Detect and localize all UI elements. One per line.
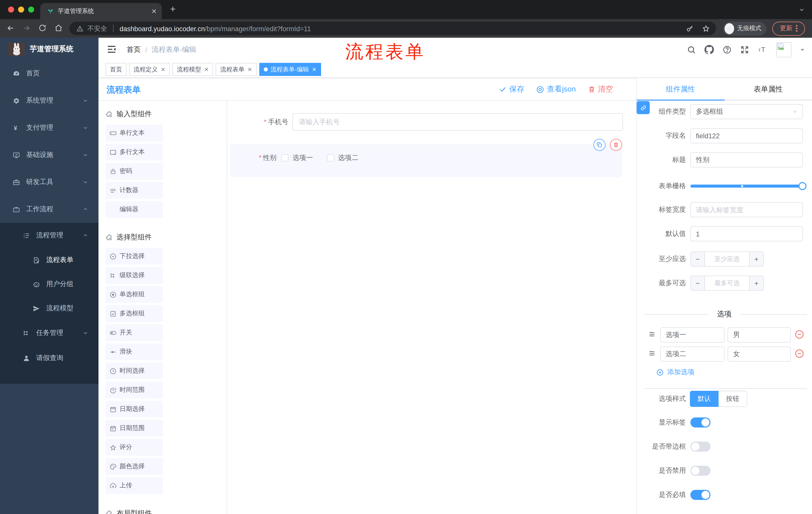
- tab-search-chevron-icon[interactable]: [799, 6, 805, 13]
- remove-option-icon[interactable]: [794, 329, 805, 340]
- plus-button[interactable]: +: [749, 252, 763, 266]
- tag-close-icon[interactable]: ✕: [248, 66, 252, 73]
- search-icon[interactable]: [687, 45, 696, 54]
- sidebar-item-plane[interactable]: 流程模型: [0, 296, 98, 320]
- palette-item-日期选择[interactable]: 日期选择: [106, 401, 163, 417]
- sidebar-item-yen[interactable]: ¥支付管理: [0, 114, 98, 141]
- tab-component-props[interactable]: 组件属性: [637, 78, 724, 101]
- sidebar-item-tree[interactable]: 任务管理: [0, 320, 98, 346]
- gender-option-选项一[interactable]: 选项一: [282, 154, 313, 162]
- home-icon[interactable]: [54, 24, 63, 32]
- toggle-switch[interactable]: [690, 466, 710, 476]
- palette-item-评分[interactable]: 评分: [106, 439, 163, 456]
- tab-form-props[interactable]: 表单属性: [724, 78, 812, 101]
- window-zoom-button[interactable]: [28, 6, 34, 12]
- toggle-switch[interactable]: [690, 441, 710, 452]
- option-name-input[interactable]: [660, 327, 725, 343]
- toggle-switch[interactable]: [690, 417, 710, 428]
- palette-item-下拉选择[interactable]: 下拉选择: [106, 248, 163, 265]
- max-select-value[interactable]: 最多可选: [705, 276, 749, 290]
- sidebar-item-toolbox[interactable]: 研发工具: [0, 168, 98, 196]
- sidebar-item-dashboard[interactable]: 首页: [0, 60, 98, 87]
- palette-item-日期范围[interactable]: 日期范围: [106, 420, 163, 437]
- field-name-input[interactable]: [690, 128, 803, 143]
- palette-item-密码[interactable]: 密码: [106, 163, 163, 180]
- browser-tab[interactable]: 芋道管理系统 ✕: [40, 3, 162, 19]
- palette-item-计数器[interactable]: 123计数器: [106, 182, 163, 199]
- plus-button[interactable]: +: [749, 276, 763, 290]
- font-size-icon[interactable]: TT: [758, 45, 768, 54]
- option-style-按钮[interactable]: 按钮: [719, 391, 747, 407]
- palette-item-颜色选择[interactable]: 颜色选择: [106, 458, 163, 475]
- palette-item-开关[interactable]: 开关: [106, 324, 163, 341]
- tag-流程表单-编辑[interactable]: 流程表单-编辑✕: [259, 63, 321, 76]
- tag-close-icon[interactable]: ✕: [312, 66, 316, 73]
- palette-item-时间选择[interactable]: 时间选择: [106, 362, 163, 379]
- title-input[interactable]: [690, 153, 803, 167]
- breadcrumb-home[interactable]: 首页: [127, 45, 141, 54]
- fullscreen-icon[interactable]: [740, 45, 749, 54]
- default-value-input[interactable]: [690, 226, 803, 241]
- phone-field-input[interactable]: [292, 113, 623, 131]
- github-icon[interactable]: [704, 45, 714, 54]
- palette-item-单选框组[interactable]: 单选框组: [106, 286, 163, 303]
- drag-handle-icon[interactable]: [648, 350, 656, 357]
- sidebar-item-gear[interactable]: 系统管理: [0, 87, 98, 114]
- label-width-input[interactable]: [690, 202, 803, 217]
- forward-icon[interactable]: [22, 24, 31, 33]
- sidebar-collapse-icon[interactable]: [107, 44, 117, 54]
- back-icon[interactable]: [6, 24, 15, 33]
- view-json-button[interactable]: 查看json: [536, 84, 576, 94]
- tag-首页[interactable]: 首页: [106, 63, 127, 76]
- new-tab-button[interactable]: [169, 5, 177, 13]
- form-grid-slider[interactable]: [690, 179, 803, 194]
- sidebar-item-doc-edit[interactable]: 流程表单: [0, 248, 98, 272]
- option-name-input[interactable]: [660, 347, 725, 361]
- clear-button[interactable]: 清空: [588, 84, 613, 94]
- password-key-icon[interactable]: [686, 24, 694, 32]
- slider-handle[interactable]: [799, 182, 807, 190]
- delete-component-button[interactable]: [610, 139, 622, 151]
- sidebar-item-robot[interactable]: 用户分组: [0, 272, 98, 296]
- option-value-input[interactable]: [728, 327, 791, 343]
- tag-流程定义[interactable]: 流程定义✕: [129, 63, 170, 76]
- avatar[interactable]: [776, 42, 791, 57]
- option-value-input[interactable]: [728, 347, 791, 361]
- gender-option-选项二[interactable]: 选项二: [327, 154, 358, 162]
- sidebar-item-user[interactable]: 请假查询: [0, 346, 98, 371]
- tag-close-icon[interactable]: ✕: [161, 66, 165, 73]
- palette-item-多行文本[interactable]: 多行文本: [106, 144, 163, 160]
- remove-option-icon[interactable]: [794, 349, 805, 359]
- tag-流程表单[interactable]: 流程表单✕: [216, 63, 257, 76]
- drag-handle-icon[interactable]: [648, 330, 656, 338]
- palette-item-单行文本[interactable]: 单行文本: [106, 125, 163, 141]
- security-warning-icon[interactable]: [76, 25, 83, 32]
- palette-item-级联选择[interactable]: 级联选择: [106, 267, 163, 283]
- minus-button[interactable]: −: [691, 276, 705, 290]
- component-type-select[interactable]: 多选框组: [690, 104, 803, 119]
- avatar-caret-icon[interactable]: [800, 47, 805, 52]
- save-button[interactable]: 保存: [499, 84, 524, 94]
- form-canvas[interactable]: *手机号 *性别 选项一选项二: [227, 101, 636, 514]
- min-select-value[interactable]: 至少应选: [705, 252, 749, 266]
- sidebar-item-monitor[interactable]: 基础设施: [0, 141, 98, 168]
- sidebar-logo[interactable]: 芋道管理系统: [0, 38, 98, 60]
- option-style-默认[interactable]: 默认: [690, 391, 719, 407]
- toggle-switch[interactable]: [690, 490, 710, 500]
- palette-item-编辑器[interactable]: 编辑器: [106, 201, 163, 218]
- palette-item-时间范围[interactable]: 时间范围: [106, 382, 163, 398]
- browser-menu-dots-icon[interactable]: [796, 25, 798, 32]
- reload-icon[interactable]: [38, 24, 47, 32]
- help-icon[interactable]: [723, 45, 732, 54]
- window-minimize-button[interactable]: [18, 6, 24, 12]
- browser-update-button[interactable]: 更新: [772, 21, 805, 35]
- copy-component-button[interactable]: [593, 139, 606, 151]
- sidebar-item-briefcase[interactable]: 工作流程: [0, 196, 98, 223]
- tab-close-icon[interactable]: ✕: [151, 8, 157, 14]
- palette-item-多选框组[interactable]: 多选框组: [106, 305, 163, 322]
- bookmark-star-icon[interactable]: [702, 24, 710, 32]
- sidebar-item-list[interactable]: 流程管理: [0, 223, 98, 248]
- palette-item-上传[interactable]: 上传: [106, 477, 163, 494]
- tag-close-icon[interactable]: ✕: [204, 66, 208, 73]
- window-close-button[interactable]: [8, 6, 14, 12]
